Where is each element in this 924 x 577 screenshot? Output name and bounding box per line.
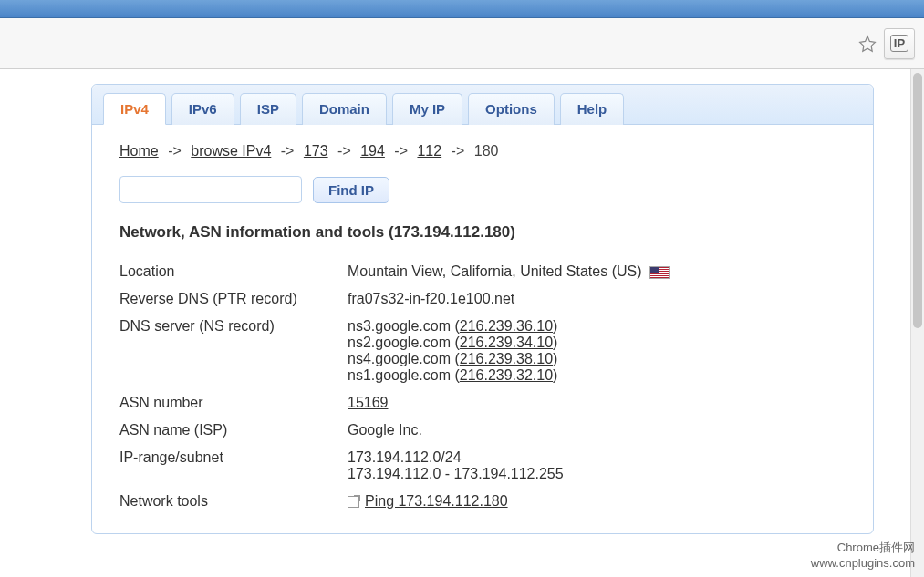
crumb-sep: -> xyxy=(394,143,408,159)
dns-line: ns1.google.com (216.239.32.10) xyxy=(348,367,846,384)
us-flag-icon xyxy=(649,266,670,279)
tab-myip[interactable]: My IP xyxy=(392,93,462,125)
tab-help[interactable]: Help xyxy=(560,93,625,125)
dns-line: ns4.google.com (216.239.38.10) xyxy=(348,351,846,367)
row-location: Location Mountain View, California, Unit… xyxy=(119,258,846,285)
label-network-tools: Network tools xyxy=(119,488,348,515)
crumb-sep: -> xyxy=(452,143,465,159)
value-asn-name: Google Inc. xyxy=(348,417,846,444)
asn-link[interactable]: 15169 xyxy=(348,395,389,410)
bookmark-star-icon[interactable] xyxy=(857,33,878,55)
find-ip-button[interactable]: Find IP xyxy=(313,177,389,203)
ping-link[interactable]: Ping 173.194.112.180 xyxy=(365,493,508,509)
ip-extension-button[interactable]: IP xyxy=(884,28,915,59)
row-dns: DNS server (NS record) ns3.google.com (2… xyxy=(119,313,846,389)
crumb-sep: -> xyxy=(168,143,182,159)
label-location: Location xyxy=(119,258,348,285)
extension-popup-panel: IPv4 IPv6 ISP Domain My IP Options Help … xyxy=(91,84,874,534)
window-titlebar xyxy=(0,0,924,18)
label-rdns: Reverse DNS (PTR record) xyxy=(119,285,348,313)
scrollbar-thumb[interactable] xyxy=(913,73,922,328)
label-asn-name: ASN name (ISP) xyxy=(119,417,348,444)
search-row: Find IP xyxy=(119,176,846,203)
dns-ip-link[interactable]: 216.239.38.10 xyxy=(460,351,553,366)
content-area: IPv4 IPv6 ISP Domain My IP Options Help … xyxy=(0,69,924,577)
section-heading: Network, ASN information and tools (173.… xyxy=(119,223,846,242)
value-location: Mountain View, California, United States… xyxy=(348,258,846,285)
row-rdns: Reverse DNS (PTR record) fra07s32-in-f20… xyxy=(119,285,846,313)
crumb-home[interactable]: Home xyxy=(119,143,159,159)
scrollbar[interactable] xyxy=(910,69,924,577)
value-ip-range: 173.194.112.0/24 173.194.112.0 - 173.194… xyxy=(348,444,846,488)
row-network-tools: Network tools Ping 173.194.112.180 xyxy=(119,488,846,515)
panel-body: Home -> browse IPv4 -> 173 -> 194 -> 112… xyxy=(92,125,873,533)
row-ip-range: IP-range/subnet 173.194.112.0/24 173.194… xyxy=(119,444,846,488)
label-asn-number: ASN number xyxy=(119,389,348,417)
crumb-browse-ipv4[interactable]: browse IPv4 xyxy=(191,143,271,159)
crumb-current: 180 xyxy=(474,143,499,159)
tab-options[interactable]: Options xyxy=(468,93,555,125)
tab-ipv6[interactable]: IPv6 xyxy=(171,93,234,125)
breadcrumb: Home -> browse IPv4 -> 173 -> 194 -> 112… xyxy=(119,143,846,160)
external-link-icon xyxy=(348,496,359,508)
ip-extension-badge: IP xyxy=(890,35,908,52)
crumb-112[interactable]: 112 xyxy=(417,143,441,159)
tab-bar: IPv4 IPv6 ISP Domain My IP Options Help xyxy=(92,85,873,125)
crumb-194[interactable]: 194 xyxy=(360,143,385,159)
tab-domain[interactable]: Domain xyxy=(302,93,387,125)
crumb-sep: -> xyxy=(337,143,351,159)
label-ip-range: IP-range/subnet xyxy=(119,444,348,488)
label-dns: DNS server (NS record) xyxy=(119,313,348,389)
info-table: Location Mountain View, California, Unit… xyxy=(119,258,846,515)
tab-isp[interactable]: ISP xyxy=(240,93,296,125)
dns-ip-link[interactable]: 216.239.36.10 xyxy=(460,318,553,334)
ip-search-input[interactable] xyxy=(119,176,302,203)
crumb-173[interactable]: 173 xyxy=(304,143,328,159)
dns-ip-link[interactable]: 216.239.32.10 xyxy=(460,367,553,383)
value-asn-number: 15169 xyxy=(348,389,846,417)
crumb-sep: -> xyxy=(281,143,295,159)
value-dns: ns3.google.com (216.239.36.10) ns2.googl… xyxy=(348,313,846,389)
value-network-tools: Ping 173.194.112.180 xyxy=(348,488,846,515)
watermark: Chrome插件网 www.cnplugins.com xyxy=(811,541,915,572)
row-asn-name: ASN name (ISP) Google Inc. xyxy=(119,417,846,444)
value-rdns: fra07s32-in-f20.1e100.net xyxy=(348,285,846,313)
tab-ipv4[interactable]: IPv4 xyxy=(103,93,166,125)
browser-toolbar: IP xyxy=(0,18,924,69)
dns-line: ns2.google.com (216.239.34.10) xyxy=(348,335,846,351)
dns-line: ns3.google.com (216.239.36.10) xyxy=(348,318,846,335)
row-asn-number: ASN number 15169 xyxy=(119,389,846,417)
dns-ip-link[interactable]: 216.239.34.10 xyxy=(460,335,553,350)
